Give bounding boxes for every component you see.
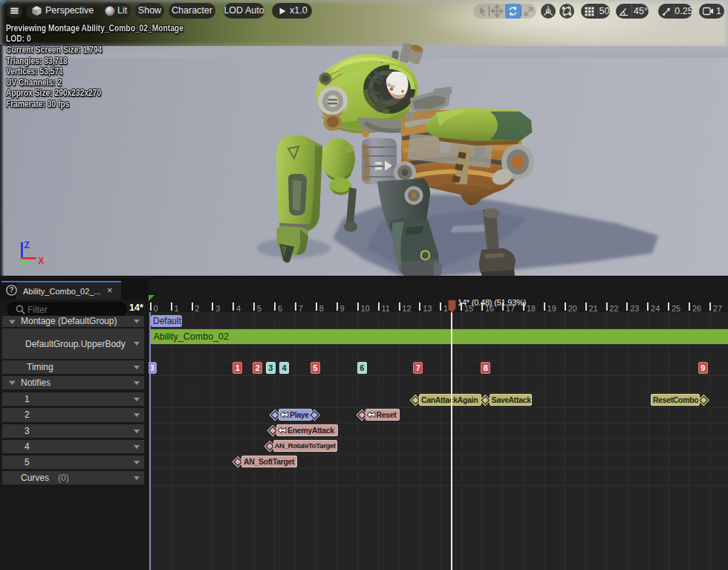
svg-text:Y: Y: [23, 260, 29, 268]
svg-text:?: ?: [9, 286, 13, 294]
svg-text:X: X: [39, 256, 45, 266]
svg-text:Z: Z: [25, 240, 30, 250]
